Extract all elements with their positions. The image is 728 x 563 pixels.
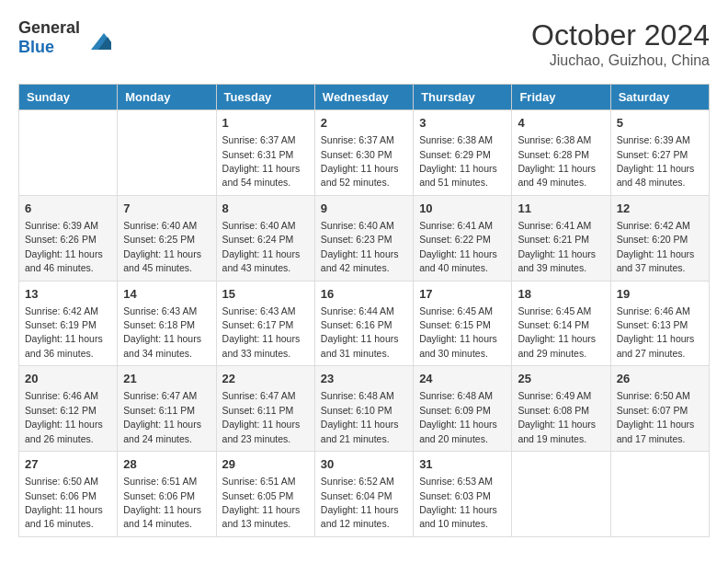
day-number: 18	[518, 286, 604, 303]
days-of-week-row: SundayMondayTuesdayWednesdayThursdayFrid…	[19, 85, 710, 110]
day-of-week-sunday: Sunday	[19, 85, 118, 110]
day-info: Sunrise: 6:38 AM Sunset: 6:29 PM Dayligh…	[419, 134, 497, 188]
calendar-cell: 16Sunrise: 6:44 AM Sunset: 6:16 PM Dayli…	[314, 281, 413, 366]
day-number: 6	[25, 201, 111, 217]
calendar-cell: 11Sunrise: 6:41 AM Sunset: 6:21 PM Dayli…	[512, 195, 610, 281]
calendar-week-2: 13Sunrise: 6:42 AM Sunset: 6:19 PM Dayli…	[19, 281, 710, 366]
calendar-cell: 31Sunrise: 6:53 AM Sunset: 6:03 PM Dayli…	[414, 452, 512, 537]
calendar-cell: 4Sunrise: 6:38 AM Sunset: 6:28 PM Daylig…	[512, 110, 610, 196]
day-info: Sunrise: 6:47 AM Sunset: 6:11 PM Dayligh…	[123, 390, 201, 443]
day-info: Sunrise: 6:43 AM Sunset: 6:18 PM Dayligh…	[123, 305, 201, 359]
day-number: 29	[222, 456, 309, 473]
day-info: Sunrise: 6:50 AM Sunset: 6:06 PM Dayligh…	[25, 476, 103, 529]
day-number: 11	[518, 201, 604, 217]
day-info: Sunrise: 6:38 AM Sunset: 6:28 PM Dayligh…	[518, 134, 596, 188]
logo-general: General	[18, 18, 80, 37]
logo: General Blue	[18, 18, 111, 57]
day-info: Sunrise: 6:37 AM Sunset: 6:30 PM Dayligh…	[321, 134, 399, 188]
day-number: 24	[419, 371, 506, 387]
page-subtitle: Jiuchao, Guizhou, China	[531, 52, 710, 69]
calendar-week-4: 27Sunrise: 6:50 AM Sunset: 6:06 PM Dayli…	[19, 452, 710, 537]
page-title: October 2024	[531, 18, 710, 52]
day-number: 16	[321, 286, 407, 303]
day-of-week-friday: Friday	[512, 85, 610, 110]
logo-blue: Blue	[18, 38, 54, 56]
day-number: 15	[222, 286, 309, 303]
calendar-week-0: 1Sunrise: 6:37 AM Sunset: 6:31 PM Daylig…	[19, 110, 710, 196]
calendar-cell: 28Sunrise: 6:51 AM Sunset: 6:06 PM Dayli…	[118, 452, 216, 537]
day-info: Sunrise: 6:46 AM Sunset: 6:12 PM Dayligh…	[25, 390, 103, 443]
day-number: 30	[321, 456, 407, 473]
day-number: 4	[518, 115, 604, 132]
day-info: Sunrise: 6:42 AM Sunset: 6:20 PM Dayligh…	[617, 220, 695, 273]
day-of-week-monday: Monday	[118, 85, 216, 110]
calendar-cell: 10Sunrise: 6:41 AM Sunset: 6:22 PM Dayli…	[414, 195, 512, 281]
day-number: 19	[617, 286, 703, 303]
day-info: Sunrise: 6:39 AM Sunset: 6:27 PM Dayligh…	[617, 134, 695, 188]
calendar-cell: 27Sunrise: 6:50 AM Sunset: 6:06 PM Dayli…	[19, 452, 118, 537]
day-number: 2	[321, 115, 407, 132]
calendar-cell: 7Sunrise: 6:40 AM Sunset: 6:25 PM Daylig…	[118, 195, 216, 281]
day-number: 28	[123, 456, 210, 473]
day-number: 7	[123, 201, 210, 217]
calendar-week-3: 20Sunrise: 6:46 AM Sunset: 6:12 PM Dayli…	[19, 366, 710, 452]
day-info: Sunrise: 6:48 AM Sunset: 6:09 PM Dayligh…	[419, 390, 497, 443]
day-info: Sunrise: 6:42 AM Sunset: 6:19 PM Dayligh…	[25, 305, 103, 359]
day-info: Sunrise: 6:43 AM Sunset: 6:17 PM Dayligh…	[222, 305, 301, 359]
day-info: Sunrise: 6:46 AM Sunset: 6:13 PM Dayligh…	[617, 305, 695, 359]
day-info: Sunrise: 6:50 AM Sunset: 6:07 PM Dayligh…	[617, 390, 695, 443]
day-info: Sunrise: 6:44 AM Sunset: 6:16 PM Dayligh…	[321, 305, 399, 359]
calendar-cell: 14Sunrise: 6:43 AM Sunset: 6:18 PM Dayli…	[118, 281, 216, 366]
calendar-cell: 20Sunrise: 6:46 AM Sunset: 6:12 PM Dayli…	[19, 366, 118, 452]
calendar-cell	[19, 110, 118, 196]
calendar-cell: 13Sunrise: 6:42 AM Sunset: 6:19 PM Dayli…	[19, 281, 118, 366]
day-number: 17	[419, 286, 506, 303]
day-info: Sunrise: 6:53 AM Sunset: 6:03 PM Dayligh…	[419, 476, 497, 529]
calendar-cell	[118, 110, 216, 196]
calendar-cell	[512, 452, 610, 537]
calendar-cell: 3Sunrise: 6:38 AM Sunset: 6:29 PM Daylig…	[414, 110, 512, 196]
day-info: Sunrise: 6:37 AM Sunset: 6:31 PM Dayligh…	[222, 134, 301, 188]
calendar-cell: 26Sunrise: 6:50 AM Sunset: 6:07 PM Dayli…	[610, 366, 709, 452]
day-info: Sunrise: 6:51 AM Sunset: 6:06 PM Dayligh…	[123, 476, 201, 529]
day-info: Sunrise: 6:52 AM Sunset: 6:04 PM Dayligh…	[321, 476, 399, 529]
calendar-cell	[610, 452, 709, 537]
day-of-week-tuesday: Tuesday	[216, 85, 314, 110]
calendar-table: SundayMondayTuesdayWednesdayThursdayFrid…	[18, 84, 710, 537]
calendar-week-1: 6Sunrise: 6:39 AM Sunset: 6:26 PM Daylig…	[19, 195, 710, 281]
calendar-cell: 21Sunrise: 6:47 AM Sunset: 6:11 PM Dayli…	[118, 366, 216, 452]
title-block: October 2024 Jiuchao, Guizhou, China	[531, 18, 710, 69]
calendar-cell: 1Sunrise: 6:37 AM Sunset: 6:31 PM Daylig…	[216, 110, 314, 196]
day-info: Sunrise: 6:47 AM Sunset: 6:11 PM Dayligh…	[222, 390, 301, 443]
day-info: Sunrise: 6:49 AM Sunset: 6:08 PM Dayligh…	[518, 390, 596, 443]
calendar-cell: 12Sunrise: 6:42 AM Sunset: 6:20 PM Dayli…	[610, 195, 709, 281]
day-info: Sunrise: 6:39 AM Sunset: 6:26 PM Dayligh…	[25, 220, 103, 273]
calendar-cell: 18Sunrise: 6:45 AM Sunset: 6:14 PM Dayli…	[512, 281, 610, 366]
day-info: Sunrise: 6:41 AM Sunset: 6:21 PM Dayligh…	[518, 220, 596, 273]
day-number: 10	[419, 201, 506, 217]
day-number: 13	[25, 286, 111, 303]
day-number: 1	[222, 115, 309, 132]
calendar-cell: 22Sunrise: 6:47 AM Sunset: 6:11 PM Dayli…	[216, 366, 314, 452]
calendar-cell: 25Sunrise: 6:49 AM Sunset: 6:08 PM Dayli…	[512, 366, 610, 452]
day-number: 8	[222, 201, 309, 217]
day-number: 9	[321, 201, 407, 217]
day-info: Sunrise: 6:40 AM Sunset: 6:24 PM Dayligh…	[222, 220, 301, 273]
day-info: Sunrise: 6:40 AM Sunset: 6:23 PM Dayligh…	[321, 220, 399, 273]
calendar-cell: 6Sunrise: 6:39 AM Sunset: 6:26 PM Daylig…	[19, 195, 118, 281]
calendar-cell: 19Sunrise: 6:46 AM Sunset: 6:13 PM Dayli…	[610, 281, 709, 366]
calendar-cell: 30Sunrise: 6:52 AM Sunset: 6:04 PM Dayli…	[314, 452, 413, 537]
day-info: Sunrise: 6:51 AM Sunset: 6:05 PM Dayligh…	[222, 476, 301, 529]
day-of-week-thursday: Thursday	[414, 85, 512, 110]
calendar-header: SundayMondayTuesdayWednesdayThursdayFrid…	[19, 85, 710, 110]
day-info: Sunrise: 6:45 AM Sunset: 6:14 PM Dayligh…	[518, 305, 596, 359]
calendar-cell: 29Sunrise: 6:51 AM Sunset: 6:05 PM Dayli…	[216, 452, 314, 537]
calendar-cell: 9Sunrise: 6:40 AM Sunset: 6:23 PM Daylig…	[314, 195, 413, 281]
calendar-cell: 5Sunrise: 6:39 AM Sunset: 6:27 PM Daylig…	[610, 110, 709, 196]
day-info: Sunrise: 6:40 AM Sunset: 6:25 PM Dayligh…	[123, 220, 201, 273]
day-number: 22	[222, 371, 309, 387]
day-number: 26	[617, 371, 703, 387]
day-number: 5	[617, 115, 703, 132]
day-number: 21	[123, 371, 210, 387]
day-info: Sunrise: 6:45 AM Sunset: 6:15 PM Dayligh…	[419, 305, 497, 359]
